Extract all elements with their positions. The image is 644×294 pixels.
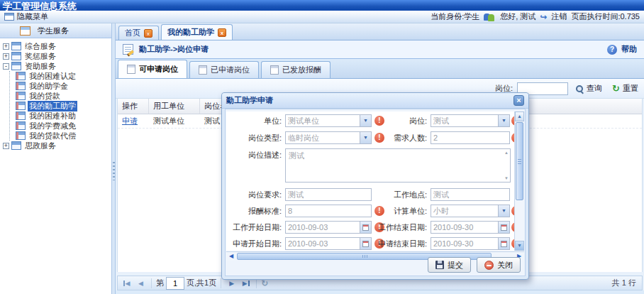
- post-type-select[interactable]: 临时岗位 ▼: [285, 131, 372, 144]
- hide-menu-button[interactable]: 隐藏菜单: [17, 11, 48, 22]
- sidebar-item-sizhengfuwu[interactable]: + 思政服务: [3, 141, 111, 151]
- leaf-icon: [16, 92, 26, 100]
- stop-icon: [484, 261, 494, 270]
- prev-page-button[interactable]: ◀: [135, 278, 147, 289]
- scroll-up-icon[interactable]: ▲: [515, 111, 524, 121]
- sidebar-item-zhuxuejin[interactable]: 我的助学金: [10, 81, 111, 91]
- dialog-body: 单位: 测试单位 ▼ ! 岗位: 测试 ▼ ! 岗位类型:: [225, 109, 526, 276]
- page-prefix-label: 第: [156, 278, 164, 288]
- sidebar-item-zizhufuwu[interactable]: - 资助服务: [3, 61, 111, 71]
- main-tab-bar: 首页 x 我的勤工助学 x: [116, 23, 644, 40]
- apply-end-date-input[interactable]: 2010-09-30: [431, 237, 510, 250]
- tab-home[interactable]: 首页 x: [118, 26, 159, 40]
- app-title: 学工管理信息系统: [0, 0, 644, 11]
- greeting-label: 您好, 测试: [500, 11, 535, 22]
- work-start-date-input[interactable]: 2010-09-03: [285, 221, 372, 234]
- column-header-employer[interactable]: 用工单位: [149, 99, 200, 114]
- apply-dialog: 勤工助学申请 × 单位: 测试单位 ▼ ! 岗位: 测试 ▼ !: [221, 92, 529, 280]
- sidebar-item-xuefeijianmian[interactable]: 我的学费减免: [10, 121, 111, 131]
- column-header-action[interactable]: 操作: [118, 99, 149, 114]
- tab-my-work-study[interactable]: 我的勤工助学 x: [161, 24, 233, 40]
- reset-button[interactable]: ↻ 重置: [609, 81, 641, 96]
- save-icon: [435, 261, 444, 269]
- scroll-up-icon[interactable]: ▲: [504, 151, 509, 155]
- expand-icon[interactable]: +: [3, 53, 9, 60]
- close-icon[interactable]: ×: [513, 95, 524, 106]
- tab-available-posts[interactable]: 可申请岗位: [118, 60, 187, 78]
- services-icon: [20, 26, 30, 36]
- sidebar-item-qingongzhuxue[interactable]: 我的勤工助学: [10, 101, 111, 111]
- reset-icon: ↻: [612, 85, 620, 93]
- total-rows-label: 共 1 行: [612, 278, 639, 288]
- search-button[interactable]: 查询: [572, 81, 605, 96]
- page-suffix-label: 页,共1页: [187, 278, 216, 288]
- leaf-icon: [16, 131, 26, 140]
- pay-unit-select[interactable]: 小时 ▼: [431, 205, 510, 217]
- pay-rate-label: 报酬标准:: [226, 205, 282, 217]
- calendar-icon[interactable]: [498, 238, 509, 249]
- sidebar-item-zonghefuwu[interactable]: + 综合服务: [3, 41, 111, 51]
- calendar-icon[interactable]: [498, 222, 509, 233]
- headcount-input[interactable]: 2: [431, 131, 510, 144]
- tab-applied-posts[interactable]: 已申请岗位: [189, 61, 259, 78]
- notepad-icon: [123, 44, 133, 55]
- submit-button[interactable]: 提交: [428, 257, 471, 273]
- dialog-footer: 提交 关闭: [226, 256, 521, 273]
- page-number-input[interactable]: [166, 277, 184, 290]
- folder-icon: [11, 52, 21, 60]
- sidebar-header-label: 学生服务: [38, 26, 69, 36]
- description-textarea[interactable]: 测试 ▲ ▼: [285, 148, 511, 183]
- work-end-date-input[interactable]: 2010-09-30: [431, 221, 510, 234]
- vertical-scrollbar[interactable]: ▲ ▼: [514, 111, 524, 251]
- sidebar: 学生服务 + 综合服务 + 奖惩服务 - 资助服务 我的困难认定: [0, 23, 111, 294]
- scrollbar-thumb[interactable]: [516, 122, 523, 200]
- sidebar-item-daikuandaichang[interactable]: 我的贷款代偿: [10, 131, 111, 141]
- folder-icon: [11, 42, 21, 50]
- leaf-icon: [16, 102, 26, 110]
- tab-close-icon[interactable]: x: [144, 29, 152, 38]
- app-window: 学工管理信息系统 隐藏菜单 当前身份:学生 您好, 测试 ↪ 注销 页面执行时间…: [0, 0, 644, 294]
- sidebar-header: 学生服务: [0, 23, 111, 38]
- dropdown-icon[interactable]: ▼: [498, 205, 509, 217]
- nav-tree-children: 我的困难认定 我的助学金 我的贷款 我的勤工助学 我的困难补助: [9, 71, 111, 141]
- pay-rate-input[interactable]: 8: [285, 205, 372, 217]
- location-input[interactable]: 测试: [431, 188, 510, 201]
- help-button[interactable]: ? 帮助: [607, 44, 637, 55]
- folder-icon: [11, 141, 21, 150]
- dropdown-icon[interactable]: ▼: [498, 115, 509, 126]
- unit-select[interactable]: 测试单位 ▼: [285, 114, 372, 127]
- first-page-button[interactable]: ◀: [121, 278, 133, 289]
- search-icon: [575, 85, 584, 93]
- logout-button[interactable]: 注销: [551, 11, 567, 22]
- hide-menu-icon: [4, 13, 14, 21]
- tab-paid-rewards[interactable]: 已发放报酬: [261, 61, 331, 78]
- scroll-down-icon[interactable]: ▼: [504, 176, 509, 180]
- apply-link[interactable]: 申请: [122, 116, 138, 125]
- pay-unit-label: 计算单位:: [365, 205, 427, 217]
- work-end-label: 工作结束日期:: [365, 221, 427, 234]
- expand-icon[interactable]: +: [3, 143, 9, 149]
- leaf-icon: [16, 82, 26, 90]
- expand-icon[interactable]: +: [3, 43, 9, 50]
- exec-time-label: 页面执行时间:0.735: [571, 11, 640, 22]
- leaf-icon: [16, 111, 26, 120]
- tab-close-icon[interactable]: x: [218, 28, 226, 37]
- splitter-handle-icon: [113, 162, 115, 180]
- post-select[interactable]: 测试 ▼: [431, 114, 510, 127]
- apply-start-date-input[interactable]: 2010-09-03: [285, 237, 372, 250]
- requirement-input[interactable]: 测试: [285, 188, 372, 201]
- close-button[interactable]: 关闭: [477, 257, 521, 273]
- sidebar-item-kunnanrending[interactable]: 我的困难认定: [10, 71, 111, 81]
- sidebar-item-daikuan[interactable]: 我的贷款: [10, 91, 111, 101]
- headcount-label: 需求人数:: [365, 131, 427, 144]
- form-area: 单位: 测试单位 ▼ ! 岗位: 测试 ▼ ! 岗位类型:: [226, 111, 514, 251]
- scroll-down-icon[interactable]: ▼: [515, 241, 524, 251]
- sub-tab-bar: 可申请岗位 已申请岗位 已发放报酬: [116, 59, 644, 79]
- status-bar: 隐藏菜单 当前身份:学生 您好, 测试 ↪ 注销 页面执行时间:0.735: [0, 11, 644, 23]
- page-icon: [199, 65, 207, 75]
- apply-start-label: 申请开始日期:: [226, 237, 282, 250]
- leaf-icon: [16, 121, 26, 130]
- collapse-icon[interactable]: -: [3, 63, 9, 70]
- sidebar-item-jiangchengfuwu[interactable]: + 奖惩服务: [3, 51, 111, 61]
- sidebar-item-kunnanbuzhu[interactable]: 我的困难补助: [10, 111, 111, 121]
